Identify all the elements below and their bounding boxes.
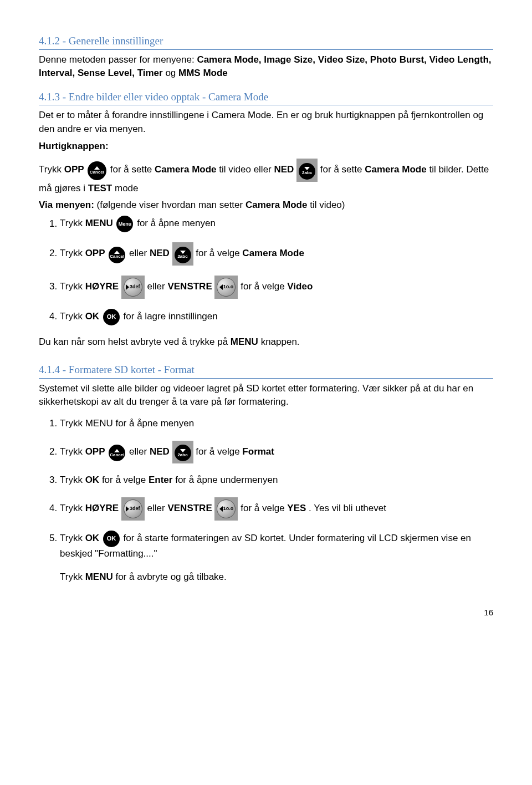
- 3def-right-icon: 3def: [121, 276, 145, 299]
- camera-mode-label: Camera Mode: [245, 200, 307, 210]
- intro-4-1-4: Systemet vil slette alle bilder og video…: [39, 382, 493, 409]
- menu-icon: Menu: [116, 216, 133, 232]
- text: for å velge: [196, 446, 242, 457]
- 2abc-down-icon: 2abc: [172, 441, 193, 464]
- venstre-label: VENSTRE: [167, 281, 212, 292]
- opp-label: OPP: [85, 248, 105, 258]
- ok-icon: OK: [103, 531, 120, 547]
- list-item: Trykk OPP Cancel eller NED 2abc for å ve…: [60, 441, 493, 464]
- text: og: [165, 68, 178, 78]
- list-item: Trykk MENU for å åpne menyen: [60, 417, 493, 431]
- hoyre-label: HØYRE: [85, 281, 119, 292]
- heading-4-1-4: 4.1.4 - Formatere SD kortet - Format: [39, 362, 493, 379]
- steps-4-1-4: Trykk MENU for å åpne menyen Trykk OPP C…: [39, 417, 493, 584]
- text: Trykk: [60, 248, 85, 258]
- camera-mode-label: Camera Mode: [365, 165, 426, 175]
- 3def-right-icon: 3def: [121, 497, 145, 521]
- text: Trykk: [60, 446, 85, 457]
- cancel-up-icon: Cancel: [109, 244, 125, 263]
- text: for å starte formateringen av SD kortet.…: [60, 533, 471, 559]
- text: Trykk: [60, 572, 85, 582]
- heading-4-1-2: 4.1.2 - Generelle innstillinger: [39, 33, 493, 50]
- text: mode: [115, 183, 139, 193]
- camera-mode-label: Camera Mode: [155, 165, 216, 175]
- intro-4-1-3: Det er to måter å forandre innstillingen…: [39, 109, 493, 136]
- outro-4-1-4: Trykk MENU for å avbryte og gå tilbake.: [60, 570, 493, 584]
- text: eller: [147, 281, 168, 292]
- ok-icon: OK: [103, 309, 120, 325]
- text: Denne metoden passer for menyene:: [39, 54, 197, 65]
- 2abc-down-icon: 2abc: [296, 159, 318, 182]
- text: Trykk: [60, 475, 85, 485]
- text: for å lagre innstillingen: [124, 311, 218, 322]
- ned-label: NED: [274, 165, 297, 175]
- via-menyen-line: Via menyen: (følgende viser hvordan man …: [39, 198, 493, 212]
- list-item: Trykk HØYRE 3def eller VENSTRE 1o.o for …: [60, 276, 493, 299]
- hurtigknappen-label: Hurtigknappen:: [39, 141, 109, 151]
- opp-label: OPP: [85, 446, 105, 457]
- text: . Yes vil bli uthevet: [309, 503, 386, 513]
- text: Du kan når som helst avbryte ved å trykk…: [39, 337, 231, 347]
- text: eller: [147, 503, 168, 513]
- 2abc-down-icon: 2abc: [172, 242, 193, 266]
- text: Trykk: [60, 503, 85, 513]
- text: eller: [129, 446, 150, 457]
- via-menyen-label: Via menyen:: [39, 200, 94, 210]
- 1oo-left-icon: 1o.o: [214, 276, 238, 299]
- ok-label: OK: [85, 533, 100, 543]
- mms-mode: MMS Mode: [178, 68, 228, 78]
- heading-4-1-3: 4.1.3 - Endre bilder eller video opptak …: [39, 89, 493, 106]
- camera-mode-label: Camera Mode: [242, 248, 304, 258]
- list-item: Trykk OPP Cancel eller NED 2abc for å ve…: [60, 242, 493, 266]
- text: for å avbryte og gå tilbake.: [115, 572, 226, 582]
- text: for å velge: [196, 248, 242, 258]
- hurtigknapp-line: Trykk OPP Cancel for å sette Camera Mode…: [39, 159, 493, 195]
- text: eller: [129, 248, 150, 258]
- menu-label: MENU: [85, 572, 113, 582]
- opp-label: OPP: [64, 165, 86, 175]
- venstre-label: VENSTRE: [167, 503, 212, 513]
- ned-label: NED: [150, 248, 170, 258]
- 1oo-left-icon: 1o.o: [214, 497, 238, 521]
- ok-label: OK: [85, 311, 100, 322]
- text: til video): [310, 200, 345, 210]
- video-label: Video: [287, 281, 313, 292]
- page-number: 16: [39, 606, 493, 619]
- list-item: Trykk MENU Menu for å åpne menyen: [60, 216, 493, 232]
- text: knappen.: [261, 337, 300, 347]
- text: Trykk: [60, 533, 85, 543]
- text: for å velge: [241, 281, 287, 292]
- text: Trykk: [60, 218, 85, 229]
- test-label: TEST: [88, 183, 112, 193]
- text: for å åpne menyen: [137, 218, 216, 229]
- cancel-up-icon: Cancel: [109, 443, 125, 462]
- ned-label: NED: [150, 446, 170, 457]
- list-item: Trykk OK OK for å starte formateringen a…: [60, 531, 493, 584]
- menu-label: MENU: [231, 337, 258, 347]
- text: (følgende viser hvordan man setter: [97, 200, 245, 210]
- text: Trykk: [39, 165, 62, 175]
- yes-label: YES: [287, 503, 306, 513]
- enter-label: Enter: [149, 475, 172, 485]
- text: for å velge: [241, 503, 287, 513]
- steps-4-1-3: Trykk MENU Menu for å åpne menyen Trykk …: [39, 216, 493, 325]
- list-item: Trykk OK OK for å lagre innstillingen: [60, 309, 493, 325]
- text: for å sette: [320, 165, 365, 175]
- outro-4-1-3: Du kan når som helst avbryte ved å trykk…: [39, 335, 493, 349]
- format-label: Format: [242, 446, 274, 457]
- ok-label: OK: [85, 475, 100, 485]
- text: Trykk: [60, 311, 85, 322]
- list-item: Trykk OK for å velge Enter for å åpne un…: [60, 473, 493, 487]
- menu-label: MENU: [85, 218, 113, 229]
- intro-4-1-2: Denne metoden passer for menyene: Camera…: [39, 53, 493, 80]
- text: for å åpne undermenyen: [175, 475, 278, 485]
- text: for å sette: [110, 165, 155, 175]
- text: for å velge: [102, 475, 149, 485]
- text: Trykk: [60, 281, 85, 292]
- cancel-up-icon: Cancel: [88, 160, 106, 180]
- hoyre-label: HØYRE: [85, 503, 119, 513]
- text: til video eller: [219, 165, 272, 175]
- list-item: Trykk HØYRE 3def eller VENSTRE 1o.o for …: [60, 497, 493, 521]
